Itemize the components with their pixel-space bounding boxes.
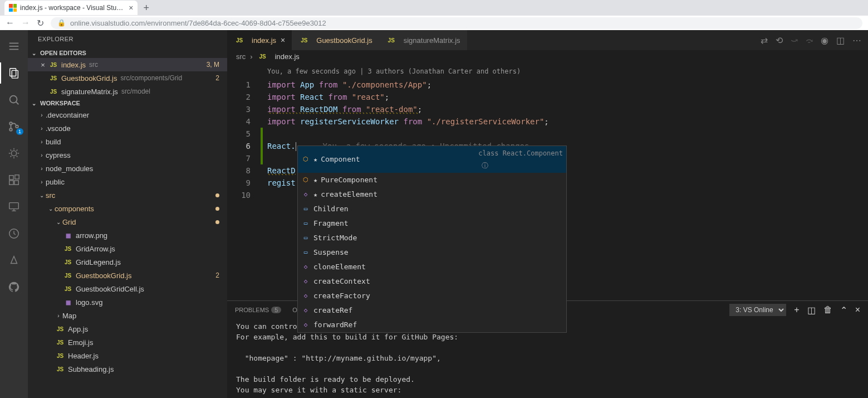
svg-line-17: [11, 156, 12, 157]
open-editor-item[interactable]: JS signatureMatrix.js src/model: [28, 85, 227, 98]
menu-icon[interactable]: [7, 39, 21, 54]
split-terminal-icon[interactable]: ◫: [807, 305, 816, 316]
editor-tab[interactable]: JS index.js ×: [227, 30, 292, 50]
suggest-label: createRef: [313, 304, 352, 317]
close-icon[interactable]: ×: [38, 61, 48, 69]
reload-button[interactable]: ↻: [37, 18, 44, 28]
suggest-item[interactable]: ◇ createContext: [298, 274, 566, 289]
editor-tab[interactable]: JS GuestbookGrid.js: [292, 30, 379, 50]
folder-item[interactable]: ›build: [28, 135, 227, 148]
new-tab-button[interactable]: +: [138, 2, 155, 14]
intellisense-widget[interactable]: ⬡ ★ Component class React.Componentⓘ⬡ ★ …: [297, 145, 567, 333]
breadcrumbs[interactable]: src › JS index.js: [227, 50, 868, 63]
source-control-icon[interactable]: 1: [7, 119, 21, 134]
folder-item[interactable]: ⌄components: [28, 202, 227, 215]
editor-tab[interactable]: JS signatureMatrix.js: [379, 30, 467, 50]
tab-label: signatureMatrix.js: [404, 36, 460, 45]
maximize-icon[interactable]: ⌃: [840, 305, 847, 316]
folder-item[interactable]: ⌄src: [28, 188, 227, 202]
codelens[interactable]: You, a few seconds ago | 3 authors (Jona…: [227, 63, 868, 79]
file-item[interactable]: ▦arrow.png: [28, 229, 227, 242]
close-icon[interactable]: ×: [129, 3, 133, 12]
go-back-icon[interactable]: ⟲: [776, 35, 783, 46]
suggest-label: createFactory: [313, 290, 370, 302]
file-item[interactable]: JSGuestbookGrid.js 2: [28, 269, 227, 282]
terminal-select[interactable]: 3: VS Online: [729, 304, 786, 316]
extensions-icon[interactable]: [7, 173, 21, 187]
method-icon: ◇: [301, 277, 310, 286]
run-icon[interactable]: ◉: [821, 35, 828, 46]
file-item[interactable]: JSHeader.js: [28, 349, 227, 362]
svg-rect-21: [14, 181, 18, 185]
info-icon[interactable]: ⓘ: [482, 162, 488, 169]
var-icon: ▭: [301, 248, 310, 257]
item-label: build: [46, 138, 61, 146]
folder-item[interactable]: ›.devcontainer: [28, 108, 227, 122]
file-item[interactable]: ▦logo.svg: [28, 295, 227, 309]
suggest-item[interactable]: ⬡ ★ PureComponent: [298, 173, 566, 187]
new-terminal-icon[interactable]: +: [794, 305, 799, 315]
chevron-right-icon: ›: [38, 112, 46, 118]
liveshare-icon[interactable]: [7, 226, 21, 241]
open-editor-item[interactable]: JS GuestbookGrid.js src/components/Grid …: [28, 71, 227, 85]
suggest-item[interactable]: ⬡ ★ Component class React.Componentⓘ: [298, 146, 566, 173]
status-badge: 2: [215, 74, 219, 82]
folder-item[interactable]: ⌄Grid: [28, 215, 227, 229]
close-panel-icon[interactable]: ×: [855, 305, 860, 315]
suggest-item[interactable]: ◇ forwardRef: [298, 318, 566, 332]
git-modified-dot: [215, 207, 219, 211]
js-icon: JS: [55, 353, 66, 359]
more-icon[interactable]: ⋯: [852, 35, 861, 46]
remote-icon[interactable]: [7, 200, 21, 214]
trash-icon[interactable]: 🗑: [823, 305, 832, 315]
folder-item[interactable]: ›public: [28, 175, 227, 188]
open-editor-item[interactable]: × JS index.js src 3, M: [28, 58, 227, 71]
suggest-item[interactable]: ◇ cloneElement: [298, 260, 566, 274]
suggest-item[interactable]: ◇ ★ createElement: [298, 187, 566, 202]
open-editors-header[interactable]: ⌄ OPEN EDITORS: [28, 48, 227, 58]
browser-tab[interactable]: index.js - workspace - Visual Stu… ×: [4, 1, 138, 15]
file-item[interactable]: JSGridArrow.js: [28, 242, 227, 255]
image-icon: ▦: [62, 232, 73, 239]
back-button[interactable]: ←: [6, 18, 14, 28]
file-item[interactable]: JSSubheading.js: [28, 362, 227, 376]
editor-actions: ⇄ ⟲ ⤻ ⤼ ◉ ◫ ⋯: [761, 35, 868, 46]
forward-button[interactable]: →: [21, 18, 30, 28]
code-editor[interactable]: You, a few seconds ago | 3 authors (Jona…: [227, 63, 868, 300]
close-icon[interactable]: ×: [281, 36, 285, 45]
item-label: GuestbookGrid.js: [76, 271, 131, 280]
js-icon: JS: [298, 37, 310, 43]
chevron-down-icon: ⌄: [47, 206, 55, 212]
file-item[interactable]: JSEmoji.js: [28, 336, 227, 349]
debug-icon[interactable]: [7, 146, 21, 161]
breadcrumb-folder[interactable]: src: [236, 52, 246, 61]
folder-item[interactable]: ›Map: [28, 309, 227, 322]
suggest-item[interactable]: ▭ Fragment: [298, 216, 566, 231]
folder-item[interactable]: ›node_modules: [28, 162, 227, 175]
file-item[interactable]: JSGridLegend.js: [28, 255, 227, 269]
suggest-item[interactable]: ◇ createRef: [298, 303, 566, 318]
tab-problems[interactable]: PROBLEMS5: [235, 303, 281, 317]
step-icon[interactable]: ⤼: [806, 35, 813, 46]
suggest-item[interactable]: ▭ Suspense: [298, 245, 566, 260]
workspace-header[interactable]: ⌄ WORKSPACE: [28, 98, 227, 108]
step-over-icon[interactable]: ⤻: [791, 35, 798, 46]
svg-point-7: [9, 122, 12, 125]
search-icon[interactable]: [7, 93, 21, 107]
explorer-icon[interactable]: [7, 66, 21, 80]
azure-icon[interactable]: [7, 253, 21, 268]
suggest-item[interactable]: ◇ createFactory: [298, 289, 566, 303]
file-item[interactable]: JSGuestbookGridCell.js: [28, 282, 227, 295]
file-item[interactable]: JSApp.js: [28, 322, 227, 336]
folder-item[interactable]: ›.vscode: [28, 122, 227, 135]
chevron-right-icon: ›: [55, 313, 62, 319]
favicon-icon: [9, 4, 17, 12]
suggest-item[interactable]: ▭ Children: [298, 202, 566, 216]
folder-item[interactable]: ›cypress: [28, 148, 227, 162]
split-icon[interactable]: ◫: [836, 35, 845, 46]
url-input[interactable]: 🔒 online.visualstudio.com/environment/7d…: [51, 17, 862, 29]
breadcrumb-file[interactable]: index.js: [275, 52, 300, 61]
compare-icon[interactable]: ⇄: [761, 35, 768, 46]
suggest-item[interactable]: ▭ StrictMode: [298, 231, 566, 245]
github-icon[interactable]: [7, 280, 21, 294]
